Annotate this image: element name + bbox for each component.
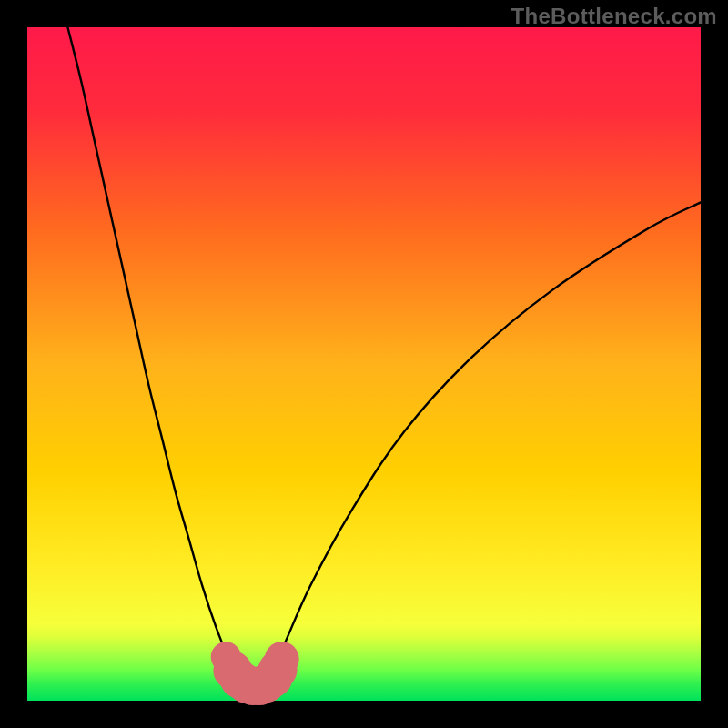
chart-stage: TheBottleneck.com: [0, 0, 728, 728]
chart-svg: [0, 0, 728, 728]
sweet-spot-dot: [265, 642, 299, 676]
plot-background: [27, 27, 701, 701]
watermark-text: TheBottleneck.com: [511, 4, 717, 29]
